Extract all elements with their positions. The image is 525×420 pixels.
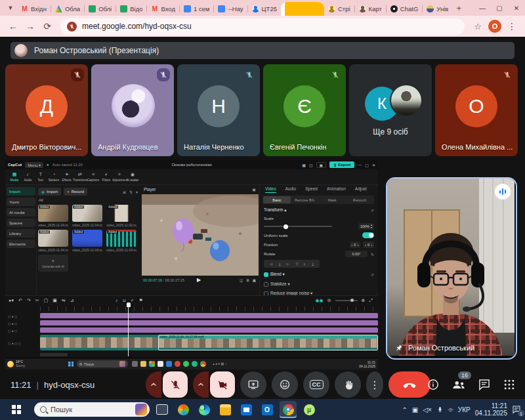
tray-expand-icon[interactable]: ⌃: [402, 406, 407, 413]
tray-display-icon[interactable]: ▣: [412, 406, 418, 413]
participant-tile-natalia[interactable]: Н Наталія Черненко: [177, 64, 260, 156]
layout-icon[interactable]: ▦: [302, 163, 306, 167]
props-tab-audio[interactable]: Audio: [285, 185, 297, 193]
fit-icon[interactable]: ⤢: [369, 296, 373, 305]
language-indicator[interactable]: УКР: [458, 406, 471, 413]
blend-checkbox[interactable]: [264, 272, 268, 277]
reload-button[interactable]: ⟳: [39, 18, 55, 34]
ribbon-ai-avatar[interactable]: ◉AI avatar: [126, 172, 139, 182]
tab-chatgpt[interactable]: ChatG: [387, 2, 422, 16]
track-dot-icon[interactable]: ◉◉: [315, 296, 323, 305]
filter-icon[interactable]: ⊞: [123, 190, 126, 194]
activities-button[interactable]: [503, 378, 516, 391]
subtab-retouch[interactable]: Retouch: [346, 196, 373, 203]
media-thumb-5[interactable]: Added: [72, 230, 102, 247]
reset-icon[interactable]: ↺: [371, 208, 374, 213]
position-y-stepper[interactable]: ‹ 0 ›: [363, 242, 374, 248]
photos-icon[interactable]: [158, 361, 163, 367]
mic-options-chevron[interactable]: [146, 371, 161, 398]
mirror-icon[interactable]: ◫: [240, 278, 243, 282]
rotate-icon[interactable]: ↻: [371, 252, 374, 257]
sidebar-yours[interactable]: Yours: [7, 198, 35, 206]
media-thumb-3[interactable]: Added: [106, 205, 136, 222]
undo-icon[interactable]: ↶: [18, 296, 22, 305]
uniform-scale-toggle[interactable]: [362, 232, 374, 238]
props-tab-speed[interactable]: Speed: [305, 185, 318, 193]
inner-tray-icons[interactable]: ▴ ● ♦ ▦ ⌔: [213, 362, 226, 366]
ribbon-filters[interactable]: ◐Filters: [100, 172, 113, 182]
inner-search-box[interactable]: Пошук: [77, 360, 128, 368]
window-close-button[interactable]: ✕: [508, 1, 525, 14]
raise-hand-button[interactable]: [335, 371, 361, 398]
tab-sheets-2[interactable]: Відо: [116, 2, 146, 16]
tab-search-button[interactable]: ▼: [4, 1, 17, 14]
back-button[interactable]: ←: [5, 18, 21, 34]
notification-center-button[interactable]: 1: [512, 405, 521, 414]
record-button[interactable]: ●Record: [64, 188, 87, 196]
start-button[interactable]: [8, 401, 25, 418]
pin-icon[interactable]: [395, 344, 403, 352]
ribbon-stickers[interactable]: ◔Stickers: [47, 172, 60, 182]
chrome-icon[interactable]: [200, 361, 206, 367]
marker-icon[interactable]: ⚑: [139, 296, 143, 305]
camera-options-chevron[interactable]: [193, 371, 209, 398]
profile-avatar[interactable]: O: [487, 18, 503, 34]
start-icon[interactable]: [68, 362, 74, 367]
stabilize-checkbox[interactable]: [264, 282, 268, 287]
link-icon[interactable]: ✓: [131, 296, 135, 305]
sidebar-import[interactable]: Import: [7, 187, 35, 196]
captions-button[interactable]: CC: [303, 371, 329, 398]
playhead[interactable]: [128, 306, 129, 356]
rotate-value[interactable]: 0.00°: [345, 251, 368, 257]
folder-icon[interactable]: [140, 361, 146, 367]
align-bottom-icon[interactable]: ⊥: [311, 262, 314, 266]
video-preview[interactable]: [142, 194, 259, 276]
track-controls[interactable]: ◻ ● ◻: [8, 327, 21, 335]
text-track-3[interactable]: [40, 327, 378, 333]
ribbon-text[interactable]: TText: [34, 172, 47, 182]
forward-button[interactable]: →: [22, 18, 38, 34]
subtab-removebg[interactable]: Remove BG: [291, 196, 318, 203]
media-thumb-4[interactable]: Added: [38, 230, 68, 247]
tab-docs-1[interactable]: 1 сем: [180, 2, 214, 16]
new-tab-button[interactable]: +: [452, 1, 465, 14]
leave-call-button[interactable]: [388, 371, 430, 398]
pinterest-icon[interactable]: [175, 361, 180, 367]
subtab-mask[interactable]: Mask: [318, 196, 346, 203]
window-maximize-button[interactable]: ▢: [491, 1, 508, 14]
player-expand-icon[interactable]: ▣: [252, 187, 256, 192]
redo-icon[interactable]: ↷: [27, 296, 31, 305]
selfview-tile[interactable]: Роман Островський: [386, 177, 517, 360]
browser-menu-icon[interactable]: ⋮: [504, 18, 520, 34]
phone-link-icon[interactable]: [192, 361, 198, 367]
tab-stri[interactable]: Стрі: [324, 2, 354, 16]
video-track[interactable]: video_2025-11-04_14-27-34.mp4: [40, 335, 378, 350]
export-button[interactable]: ⇪ Export: [329, 161, 354, 168]
meeting-details-button[interactable]: [427, 378, 440, 391]
edge-button[interactable]: [196, 401, 213, 418]
timeline-ruler[interactable]: [40, 306, 378, 311]
bookmark-star-icon[interactable]: ☆: [470, 18, 486, 34]
tray-volume-muted-icon[interactable]: ◁×: [423, 406, 432, 413]
tab-kart[interactable]: Карт: [355, 2, 386, 16]
ratio-icon[interactable]: ⊞: [246, 278, 249, 282]
tab-docs-2[interactable]: --Нау: [214, 2, 247, 16]
subtab-basic[interactable]: Basic: [263, 196, 291, 203]
participant-tile-yevhenii[interactable]: Є Євгеній Печонкін: [263, 64, 346, 156]
tab-gmail-2[interactable]: MВход: [147, 2, 179, 16]
align-center-h-icon[interactable]: ⊥: [278, 262, 281, 266]
align-top-icon[interactable]: ⊤: [295, 262, 299, 266]
mic-off-button[interactable]: [163, 371, 188, 398]
media-thumb-2[interactable]: Added: [72, 205, 102, 222]
tab-meet-active[interactable]: ✕: [281, 2, 324, 16]
text-track-1[interactable]: [40, 313, 378, 318]
mute-track-icon[interactable]: ♪: [116, 296, 118, 305]
participant-tile-olena[interactable]: О Олена Михайлівна ...: [435, 64, 518, 156]
capcut-maximize-icon[interactable]: ▢: [365, 163, 369, 167]
crop-icon[interactable]: ⊿: [70, 296, 74, 305]
tray-network-icon[interactable]: ⌯: [448, 406, 453, 413]
word-icon[interactable]: [166, 361, 172, 367]
track-controls[interactable]: ◻ ● ◻: [8, 313, 21, 320]
more-options-button[interactable]: ⋮: [366, 371, 383, 398]
taskbar-search[interactable]: Пошук: [34, 402, 150, 417]
